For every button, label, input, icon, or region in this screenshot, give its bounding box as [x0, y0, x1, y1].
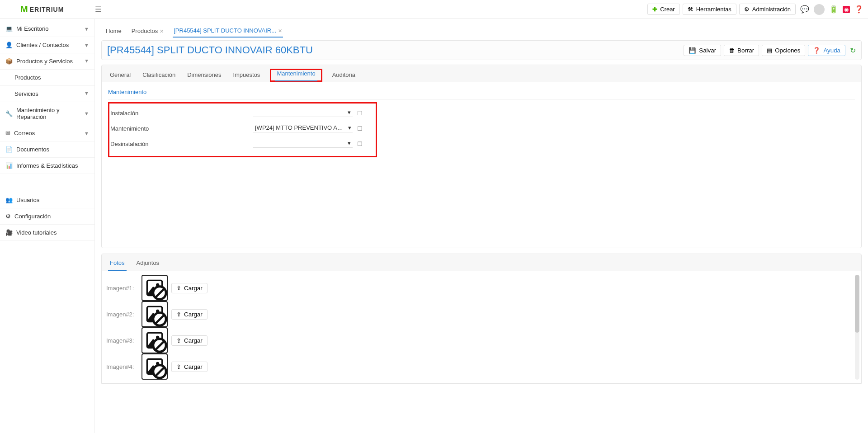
help-icon: ❓	[813, 47, 821, 54]
tab-mantenimiento[interactable]: Mantenimiento	[275, 67, 317, 81]
upload-icon: ⇪	[176, 311, 181, 318]
field-mantenimiento-select[interactable]: [WP24] MTTO PREVENTIVO AIRES AC▾	[253, 124, 353, 132]
sidebar-item-label: Productos	[14, 74, 41, 81]
image-label: Imagen#2:	[106, 311, 138, 318]
sidebar-item-maintenance[interactable]: 🔧Mantenimiento y Reparación ▼	[0, 102, 94, 125]
delete-label: Borrar	[737, 47, 754, 54]
sidebar-item-label: Informes & Estadísticas	[16, 162, 78, 169]
sidebar-item-label: Correos	[14, 130, 35, 136]
admin-label: Administración	[752, 6, 791, 13]
lookup-icon[interactable]: ☐	[357, 110, 363, 117]
close-icon[interactable]: ✕	[160, 28, 164, 34]
mantenimiento-fields-highlight: Instalación ▾ ☐ Mantenimiento [WP24] MTT…	[108, 102, 377, 157]
upload-icon: ⇪	[176, 285, 181, 292]
sidebar-item-products-services[interactable]: 📦Productos y Servicios ▲	[0, 53, 94, 70]
sidebar-item-label: Configuración	[14, 213, 51, 220]
gear-icon: ⚙	[5, 213, 11, 220]
chevron-down-icon: ▼	[84, 131, 89, 136]
forbidden-icon	[151, 336, 169, 354]
sidebar-item-label: Productos y Servicios	[16, 58, 73, 65]
tab-dimensiones[interactable]: Dimensiones	[185, 69, 223, 82]
help-button[interactable]: ❓Ayuda	[808, 45, 845, 56]
battery-icon[interactable]: 🔋	[829, 5, 838, 14]
options-icon: ▤	[767, 47, 772, 54]
menu-toggle-icon[interactable]: ☰	[95, 5, 101, 14]
tab-fotos[interactable]: Fotos	[108, 257, 127, 271]
sidebar-sub-products[interactable]: Productos	[0, 70, 94, 86]
upload-button[interactable]: ⇪ Cargar	[171, 283, 208, 293]
lookup-icon[interactable]: ☐	[357, 125, 363, 132]
scrollbar[interactable]	[855, 275, 859, 380]
mail-icon: ✉	[5, 130, 10, 136]
sidebar-sub-services[interactable]: Servicios▼	[0, 86, 94, 102]
users-icon: 👥	[5, 197, 13, 203]
image-row: Imagen#1: ⇪ Cargar	[106, 275, 857, 301]
create-label: Crear	[660, 6, 675, 13]
title-actions: 💾Salvar 🗑Borrar ▤Opciones ❓Ayuda ↻	[684, 45, 856, 56]
upload-icon: ⇪	[176, 337, 181, 344]
field-desinstalacion-select[interactable]: ▾	[253, 140, 353, 148]
options-button[interactable]: ▤Opciones	[762, 45, 805, 56]
admin-button[interactable]: ⚙ Administración	[739, 4, 796, 15]
field-label: Desinstalación	[110, 141, 253, 147]
chevron-up-icon: ▲	[84, 59, 89, 64]
save-button[interactable]: 💾Salvar	[684, 45, 721, 56]
upload-label: Cargar	[184, 337, 203, 344]
upload-button[interactable]: ⇪ Cargar	[171, 309, 208, 320]
trash-icon: 🗑	[729, 47, 735, 54]
delete-button[interactable]: 🗑Borrar	[724, 45, 759, 56]
upload-button[interactable]: ⇪ Cargar	[171, 362, 208, 372]
detail-tabs: General Clasificación Dimensiones Impues…	[102, 65, 861, 82]
chevron-down-icon: ▼	[84, 26, 89, 32]
tab-impuestos[interactable]: Impuestos	[231, 69, 262, 82]
sidebar-item-documents[interactable]: 📄Documentos	[0, 141, 94, 158]
chevron-down-icon: ▾	[348, 109, 351, 116]
field-desinstalacion: Desinstalación ▾ ☐	[110, 136, 372, 151]
field-instalacion-select[interactable]: ▾	[253, 109, 353, 117]
scrollbar-thumb[interactable]	[855, 275, 859, 333]
tab-auditoria[interactable]: Auditoria	[330, 69, 357, 82]
topbar: M ERITRIUM ☰ ✚ Crear 🛠 Herramientas ⚙ Ad…	[0, 0, 868, 19]
tab-clasificacion[interactable]: Clasificación	[141, 69, 177, 82]
image-row: Imagen#4: ⇪ Cargar	[106, 353, 857, 380]
chat-icon[interactable]: 💬	[800, 5, 809, 14]
image-placeholder	[142, 353, 168, 380]
chevron-down-icon: ▾	[348, 140, 351, 146]
sidebar-item-clients[interactable]: 👤Clientes / Contactos ▼	[0, 37, 94, 53]
plus-icon: ✚	[652, 6, 657, 13]
upload-button[interactable]: ⇪ Cargar	[171, 335, 208, 346]
tab-general[interactable]: General	[108, 69, 132, 82]
sidebar-item-desktop[interactable]: 💻Mi Escritorio ▼	[0, 21, 94, 37]
crumb-home[interactable]: Home	[105, 25, 123, 37]
contacts-icon: 👤	[5, 42, 13, 48]
tab-adjuntos[interactable]: Adjuntos	[135, 257, 161, 271]
image-row: Imagen#3: ⇪ Cargar	[106, 327, 857, 353]
crumb-productos[interactable]: Productos✕	[131, 25, 165, 37]
brand: M ERITRIUM	[5, 4, 95, 14]
box-icon: 📦	[5, 58, 13, 65]
notification-icon[interactable]: ◉	[843, 6, 850, 13]
close-icon[interactable]: ✕	[278, 28, 282, 33]
field-instalacion: Instalación ▾ ☐	[110, 105, 372, 121]
sidebar-item-users[interactable]: 👥Usuarios	[0, 192, 94, 208]
logo-icon: M	[20, 4, 28, 14]
field-mantenimiento: Mantenimiento [WP24] MTTO PREVENTIVO AIR…	[110, 121, 372, 136]
sidebar-item-config[interactable]: ⚙Configuración	[0, 208, 94, 225]
options-label: Opciones	[775, 47, 800, 54]
sidebar-item-reports[interactable]: 📊Informes & Estadísticas	[0, 158, 94, 174]
desktop-icon: 💻	[5, 25, 13, 32]
avatar[interactable]	[814, 4, 825, 15]
sidebar-item-video[interactable]: 🎥Video tutoriales	[0, 225, 94, 241]
upload-label: Cargar	[184, 363, 203, 370]
refresh-icon[interactable]: ↻	[850, 46, 856, 55]
upload-icon: ⇪	[176, 363, 181, 370]
main: Home Productos✕ [PR45544] SPLIT DUCTO IN…	[95, 19, 868, 433]
create-button[interactable]: ✚ Crear	[647, 4, 680, 15]
lookup-icon[interactable]: ☐	[357, 141, 363, 147]
section-title: Mantenimiento	[108, 87, 855, 99]
sidebar-item-mail[interactable]: ✉Correos ▼	[0, 125, 94, 141]
chevron-down-icon: ▼	[84, 90, 89, 97]
tools-button[interactable]: 🛠 Herramientas	[683, 4, 736, 15]
crumb-current[interactable]: [PR45544] SPLIT DUCTO INNOVAIR...✕	[173, 24, 283, 38]
help-icon[interactable]: ❓	[854, 5, 863, 14]
